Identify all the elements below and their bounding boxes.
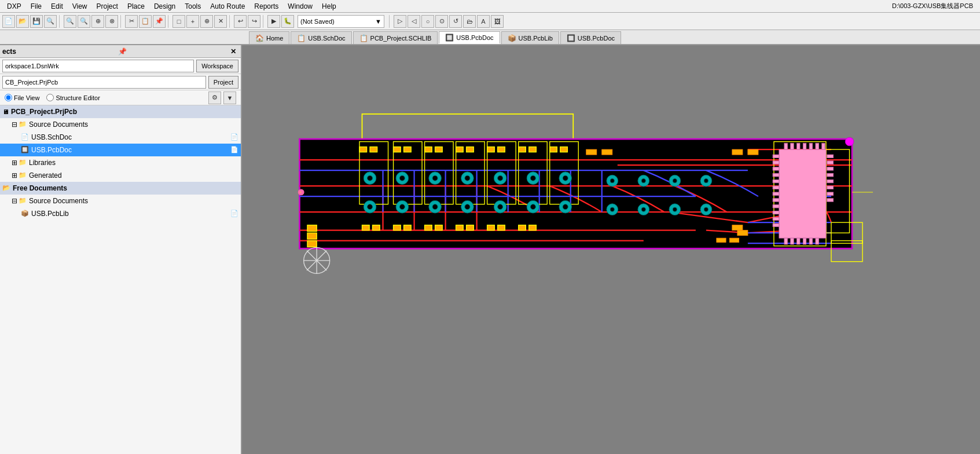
schdoc-doc-icon: 📄 [230, 133, 238, 141]
tb-route[interactable]: ↺ [449, 15, 462, 28]
tb-select-box[interactable]: □ [172, 15, 185, 28]
svg-point-94 [641, 207, 645, 211]
svg-point-70 [368, 204, 373, 210]
fileview-radio[interactable] [5, 94, 12, 101]
menu-reports[interactable]: Reports [249, 1, 283, 12]
tb-zoom2[interactable]: ⊕ [91, 15, 104, 28]
structureeditor-radio[interactable] [46, 94, 54, 101]
workspace-input[interactable] [2, 60, 194, 72]
tb-run[interactable]: ▶ [267, 15, 280, 28]
svg-rect-51 [519, 225, 526, 230]
menu-place[interactable]: Place [123, 1, 149, 12]
svg-rect-106 [773, 192, 779, 195]
svg-rect-31 [307, 241, 317, 247]
tb-circle[interactable]: ○ [421, 15, 434, 28]
tree-item-usb-pcblib[interactable]: 📦 USB.PcbLib 📄 [0, 207, 241, 220]
canvas-area[interactable] [242, 45, 980, 454]
tb-edit1[interactable]: ⊕ [200, 15, 213, 28]
panel-pin-button[interactable]: 📌 [116, 47, 129, 56]
tb-undo[interactable]: ↩ [234, 15, 247, 28]
tb-zoom-out[interactable]: 🔍 [78, 15, 90, 28]
tb-folder[interactable]: 🗁 [463, 15, 476, 28]
svg-point-92 [610, 207, 614, 211]
tab-usb-pcblib[interactable]: 📦 USB.PcbLib [501, 31, 559, 44]
pcbdoc2-icon: 🔲 [567, 34, 575, 42]
panel-close-button[interactable]: ✕ [228, 47, 238, 56]
home-icon: 🏠 [255, 34, 264, 42]
svg-rect-127 [784, 238, 787, 244]
expand-icon-1: ⊟ [12, 120, 17, 129]
title-path: D:\003-GZX\USB集线器PCB [892, 2, 978, 10]
menu-project[interactable]: Project [92, 1, 123, 12]
menu-tools[interactable]: Tools [180, 1, 205, 12]
tab-usb-pcbdoc-2[interactable]: 🔲 USB.PcbDoc [560, 31, 621, 44]
svg-rect-43 [394, 225, 401, 230]
tb-connect[interactable]: ⊙ [435, 15, 448, 28]
tree-item-pcb-project[interactable]: 🖥 PCB_Project.PrjPcb [0, 105, 241, 118]
svg-rect-42 [373, 225, 380, 230]
workspace-button[interactable]: Workspace [196, 60, 238, 72]
tree-item-generated[interactable]: ⊞ 📁 Generated [0, 169, 241, 182]
tb-back[interactable]: ◁ [408, 15, 420, 28]
svg-rect-133 [586, 149, 597, 155]
menu-dxp[interactable]: DXP [2, 1, 26, 12]
structureeditor-radio-label[interactable]: Structure Editor [46, 94, 100, 101]
toolbar: 📄 📂 💾 🔍 🔍 🔍 ⊕ ⊗ ✂ 📋 📌 □ + ⊕ ✕ ↩ ↪ ▶ 🐛 (N… [0, 13, 980, 30]
menu-file[interactable]: File [26, 1, 46, 12]
tree-item-free-docs[interactable]: 📂 Free Documents [0, 182, 241, 195]
fileview-more-btn[interactable]: ▼ [223, 91, 236, 104]
menu-view[interactable]: View [68, 1, 92, 12]
tb-print[interactable]: 🔍 [44, 15, 57, 28]
svg-rect-119 [827, 199, 834, 202]
tb-debug[interactable]: 🐛 [281, 15, 294, 28]
not-saved-dropdown[interactable]: (Not Saved) ▼ [298, 15, 384, 28]
tb-forward[interactable]: ▷ [394, 15, 406, 28]
tb-cut[interactable]: ✂ [125, 15, 138, 28]
menu-autoroute[interactable]: Auto Route [205, 1, 249, 12]
tab-pcb-schlib[interactable]: 📋 PCB_Project.SCHLIB [353, 31, 438, 44]
project-button[interactable]: Project [208, 76, 238, 89]
menu-window[interactable]: Window [283, 1, 317, 12]
svg-rect-0 [278, 45, 943, 454]
tb-text[interactable]: A [477, 15, 490, 28]
project-input[interactable] [2, 76, 206, 89]
menu-edit[interactable]: Edit [46, 1, 68, 12]
tb-new[interactable]: 📄 [2, 15, 15, 28]
tb-zoom-in[interactable]: 🔍 [64, 15, 76, 28]
svg-rect-104 [773, 180, 779, 182]
schlib-icon: 📋 [359, 34, 368, 42]
tree-item-usb-pcbdoc[interactable]: 🔲 USB.PcbDoc 📄 [0, 144, 241, 156]
tb-copy[interactable]: 📋 [139, 15, 152, 28]
tb-separator-4 [229, 15, 232, 28]
svg-rect-128 [791, 238, 794, 244]
tb-separator-6 [389, 15, 391, 28]
tree-item-libraries[interactable]: ⊞ 📁 Libraries [0, 156, 241, 169]
tab-usb-schdoc[interactable]: 📋 USB.SchDoc [291, 31, 351, 44]
svg-rect-25 [519, 147, 526, 152]
svg-rect-125 [816, 143, 818, 149]
expand-icon-2: ⊟ [12, 197, 17, 205]
tree-item-usb-schdoc[interactable]: 📄 USB.SchDoc 📄 [0, 131, 241, 144]
tb-img[interactable]: 🖼 [491, 15, 504, 28]
menu-help[interactable]: Help [317, 1, 341, 12]
tab-usb-pcbdoc-1[interactable]: 🔲 USB.PcbDoc [439, 31, 500, 44]
fileview-settings-btn[interactable]: ⚙ [208, 91, 221, 104]
tree-item-source-docs-2[interactable]: ⊟ 📁 Source Documents [0, 195, 241, 207]
tab-home[interactable]: 🏠 Home [249, 31, 289, 44]
tb-redo[interactable]: ↪ [248, 15, 260, 28]
project-icon: 🖥 [2, 108, 9, 115]
tb-cross[interactable]: + [186, 15, 199, 28]
tb-zoom3[interactable]: ⊗ [105, 15, 118, 28]
project-row: Project [0, 74, 241, 90]
tb-save[interactable]: 💾 [30, 15, 43, 28]
tb-open[interactable]: 📂 [16, 15, 29, 28]
expand-icon-libs: ⊞ [12, 159, 17, 167]
tb-edit2[interactable]: ✕ [214, 15, 227, 28]
fileview-radio-label[interactable]: File View [5, 94, 39, 101]
svg-rect-100 [773, 155, 779, 158]
svg-rect-111 [773, 224, 779, 226]
schdoc-icon: 📋 [297, 34, 306, 42]
tree-item-source-docs-1[interactable]: ⊟ 📁 Source Documents [0, 118, 241, 131]
tb-paste[interactable]: 📌 [153, 15, 166, 28]
menu-design[interactable]: Design [149, 1, 180, 12]
